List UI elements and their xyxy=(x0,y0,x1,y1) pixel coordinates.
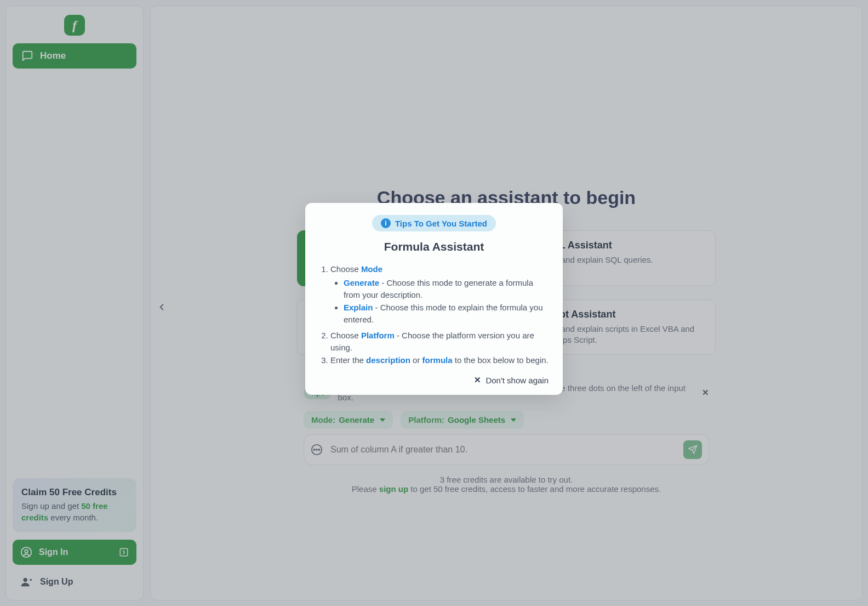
modal-title: Formula Assistant xyxy=(319,240,549,253)
modal-badge: i Tips To Get You Started xyxy=(372,215,496,231)
info-icon: i xyxy=(381,218,391,228)
tips-modal: i Tips To Get You Started Formula Assist… xyxy=(305,203,563,395)
modal-body: Choose Mode Generate - Choose this mode … xyxy=(319,263,549,366)
close-icon: ✕ xyxy=(474,375,481,385)
modal-dont-show-button[interactable]: ✕ Don't show again xyxy=(319,375,549,385)
